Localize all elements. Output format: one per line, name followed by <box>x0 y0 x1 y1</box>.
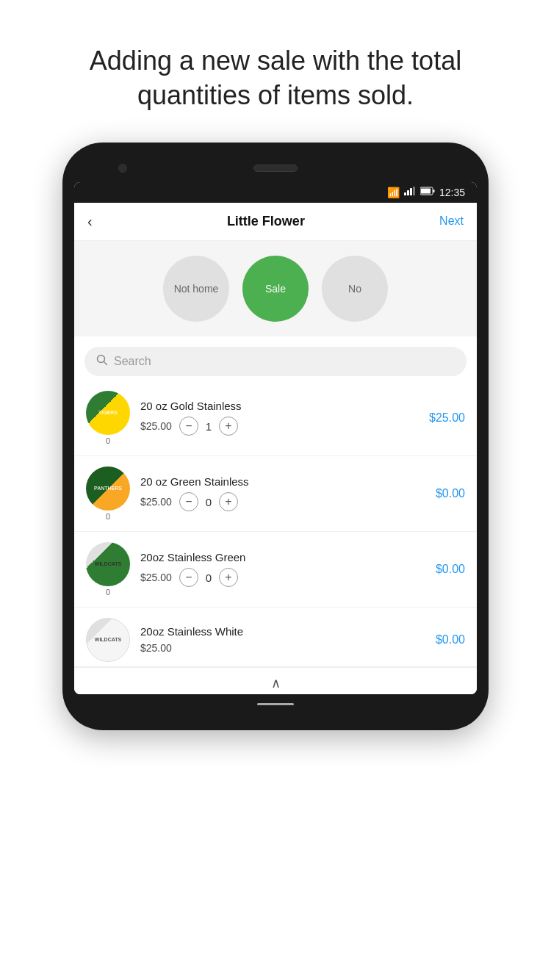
svg-rect-1 <box>407 190 409 195</box>
home-bar <box>74 694 477 708</box>
back-button[interactable]: ‹ <box>87 213 93 230</box>
phone-shell: 📶 12:35 ‹ Littl <box>62 143 489 730</box>
toggle-sale[interactable]: Sale <box>242 256 309 322</box>
product-thumbnail: PANTHERS <box>86 466 130 511</box>
battery-icon <box>420 187 435 198</box>
decrement-button[interactable]: − <box>179 568 198 587</box>
list-item: WILDCATS 0 20oz Stainless Green $25.00 −… <box>74 532 477 608</box>
svg-rect-5 <box>433 190 434 192</box>
phone-screen: 📶 12:35 ‹ Littl <box>74 182 477 694</box>
list-item: TIGERS 0 20 oz Gold Stainless $25.00 − 1… <box>74 381 477 456</box>
up-icon: ∧ <box>271 675 281 691</box>
product-total: $0.00 <box>421 487 465 500</box>
product-thumbnail: TIGERS <box>86 391 130 435</box>
status-time: 12:35 <box>439 187 465 198</box>
svg-line-8 <box>104 361 107 364</box>
toggle-no-label: No <box>348 283 361 295</box>
product-unit-price: $25.00 <box>140 496 172 508</box>
decrement-button[interactable]: − <box>179 492 198 511</box>
product-unit-price: $25.00 <box>140 642 172 654</box>
product-unit-price: $25.00 <box>140 420 172 432</box>
toggle-sale-label: Sale <box>265 283 286 295</box>
quantity-control: − 1 + <box>179 417 238 436</box>
search-section: Search <box>74 336 477 381</box>
product-total: $0.00 <box>421 633 465 646</box>
app-header: ‹ Little Flower Next <box>74 203 477 241</box>
header-title: Little Flower <box>227 214 305 229</box>
product-total: $25.00 <box>421 411 465 425</box>
product-thumb-wrap: TIGERS 0 <box>86 391 130 445</box>
product-price-row: $25.00 − 0 + <box>140 492 411 511</box>
product-price-row: $25.00 − 1 + <box>140 417 411 436</box>
svg-rect-3 <box>413 187 415 195</box>
quantity-value: 0 <box>204 572 213 584</box>
product-unit-price: $25.00 <box>140 572 172 583</box>
product-thumb-wrap: WILDCATS <box>86 618 130 662</box>
toggle-not-home[interactable]: Not home <box>163 256 229 322</box>
product-thumb-wrap: WILDCATS 0 <box>86 542 130 597</box>
status-bar: 📶 12:35 <box>74 182 477 203</box>
toggle-no[interactable]: No <box>322 256 388 322</box>
product-name: 20 oz Gold Stainless <box>140 400 411 412</box>
list-item: WILDCATS 20oz Stainless White $25.00 $0.… <box>74 608 477 667</box>
product-thumbnail: WILDCATS <box>86 618 130 662</box>
svg-rect-0 <box>404 192 406 195</box>
product-price-row: $25.00 − 0 + <box>140 568 411 587</box>
search-icon <box>96 354 108 369</box>
product-name: 20oz Stainless White <box>140 625 411 638</box>
wifi-icon: 📶 <box>387 187 400 198</box>
product-info: 20 oz Gold Stainless $25.00 − 1 + <box>140 400 411 436</box>
phone-camera <box>118 164 127 173</box>
product-total: $0.00 <box>421 563 465 576</box>
phone-top-bar <box>74 157 477 182</box>
product-info: 20oz Stainless Green $25.00 − 0 + <box>140 551 411 587</box>
quantity-control: − 0 + <box>179 492 238 511</box>
search-bar[interactable]: Search <box>84 347 467 376</box>
increment-button[interactable]: + <box>219 417 238 436</box>
quantity-value: 1 <box>204 420 213 433</box>
increment-button[interactable]: + <box>219 568 238 587</box>
product-name: 20oz Stainless Green <box>140 551 411 563</box>
svg-rect-6 <box>421 189 431 194</box>
product-price-row: $25.00 <box>140 642 411 654</box>
home-indicator <box>257 703 294 705</box>
thumb-count: 0 <box>106 512 110 521</box>
thumb-count: 0 <box>106 436 110 445</box>
quantity-value: 0 <box>204 496 213 508</box>
decrement-button[interactable]: − <box>179 417 198 436</box>
quantity-control: − 0 + <box>179 568 238 587</box>
product-info: 20oz Stainless White $25.00 <box>140 625 411 654</box>
product-thumbnail: WILDCATS <box>86 542 130 586</box>
phone-speaker <box>253 165 298 172</box>
list-item: PANTHERS 0 20 oz Green Stainless $25.00 … <box>74 456 477 532</box>
product-list: TIGERS 0 20 oz Gold Stainless $25.00 − 1… <box>74 381 477 667</box>
signal-icon <box>404 187 416 198</box>
bottom-nav: ∧ <box>74 667 477 694</box>
toggle-section: Not home Sale No <box>74 241 477 336</box>
page-title: Adding a new sale with the total quantit… <box>0 0 551 143</box>
product-name: 20 oz Green Stainless <box>140 475 411 488</box>
search-placeholder: Search <box>114 355 151 368</box>
next-button[interactable]: Next <box>439 215 464 228</box>
toggle-not-home-label: Not home <box>174 283 219 295</box>
product-thumb-wrap: PANTHERS 0 <box>86 466 130 521</box>
product-info: 20 oz Green Stainless $25.00 − 0 + <box>140 475 411 511</box>
thumb-count: 0 <box>106 588 110 597</box>
svg-rect-2 <box>410 188 412 195</box>
increment-button[interactable]: + <box>219 492 238 511</box>
